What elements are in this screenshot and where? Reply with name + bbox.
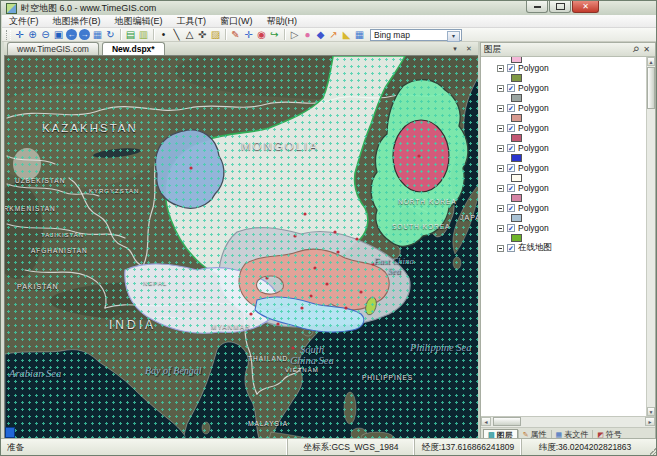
draw-line-icon[interactable]: ╲ (170, 28, 183, 41)
collapse-icon[interactable] (497, 205, 504, 212)
resize-grip[interactable] (648, 439, 657, 456)
layer-checkbox[interactable]: ✓ (507, 84, 515, 92)
layer-label[interactable]: Polygon (518, 183, 549, 193)
overview-button[interactable] (5, 427, 15, 438)
layer-label[interactable]: Polygon (518, 223, 549, 233)
layer-checkbox[interactable]: ✓ (507, 204, 515, 212)
area-measure-icon[interactable]: ◣ (340, 28, 353, 41)
title-bar[interactable]: 时空地图 6.0 - www.TimeGIS.com ✕ (1, 1, 656, 15)
layer-label[interactable]: Polygon (518, 203, 549, 213)
polygon-red-ellipse[interactable] (393, 120, 449, 192)
layer-row[interactable]: ✓ Polygon (481, 63, 646, 73)
next-view-icon[interactable]: → (79, 29, 90, 40)
zoom-full-extent-icon[interactable]: ▣ (52, 28, 65, 41)
move-feature-icon[interactable]: ✛ (242, 28, 255, 41)
collapse-icon[interactable] (497, 165, 504, 172)
status-coordinate-system: 坐标系:GCS_WGS_1984 (287, 439, 414, 456)
layer-label[interactable]: Polygon (518, 83, 549, 93)
menu-map-operate[interactable]: 地图操作(B) (46, 15, 108, 28)
extent-window-icon[interactable]: ▦ (91, 28, 104, 41)
tab-close-icon[interactable]: ✕ (464, 44, 474, 54)
scroll-left-icon[interactable]: ◄ (481, 417, 491, 426)
collapse-icon[interactable] (497, 145, 504, 152)
layer-row[interactable]: ✓ Polygon (481, 103, 646, 113)
attribute-table-icon[interactable]: ▦ (353, 28, 366, 41)
diamond-symbol-icon[interactable]: ◆ (314, 28, 327, 41)
menu-window[interactable]: 窗口(W) (213, 15, 260, 28)
layer-swatch (511, 57, 522, 63)
menu-tools[interactable]: 工具(T) (170, 15, 214, 28)
combo-arrow-icon[interactable]: ▾ (447, 31, 460, 42)
collapse-icon[interactable] (497, 185, 504, 192)
layer-row[interactable]: ✓ Polygon (481, 223, 646, 233)
maximize-button[interactable] (549, 1, 571, 13)
zoom-in-icon[interactable]: ⊕ (26, 28, 39, 41)
layer-checkbox[interactable]: ✓ (507, 144, 515, 152)
flow-arrow-icon[interactable]: ↪ (268, 28, 281, 41)
layer-row[interactable]: ✓ Polygon (481, 83, 646, 93)
layer-swatch-row (481, 113, 646, 123)
menu-help[interactable]: 帮助(H) (260, 15, 305, 28)
measure-icon[interactable]: ↗ (327, 28, 340, 41)
zoom-out-icon[interactable]: ⊖ (39, 28, 52, 41)
layer-row[interactable]: ✓ Polygon (481, 183, 646, 193)
edit-vertex-icon[interactable]: ✜ (196, 28, 209, 41)
layer-checkbox[interactable]: ✓ (507, 124, 515, 132)
snap-icon[interactable]: ◉ (255, 28, 268, 41)
collapse-icon[interactable] (497, 85, 504, 92)
layer-tree[interactable]: ✓ Polygon ✓ Polygon ✓ Polygon (481, 57, 655, 417)
select-cursor-icon[interactable]: ▷ (288, 28, 301, 41)
polygon-blue[interactable] (155, 130, 223, 208)
tree-vertical-scrollbar[interactable]: ▲ ▼ (646, 57, 655, 416)
edit-sketch-icon[interactable]: ✎ (229, 28, 242, 41)
tab-current-document[interactable]: New.dspx* (102, 42, 165, 55)
layer-row[interactable]: ✓ Polygon (481, 123, 646, 133)
refresh-icon[interactable]: ↻ (104, 28, 117, 41)
minimize-button[interactable] (526, 1, 548, 13)
add-layer-icon[interactable]: ▤ (124, 28, 137, 41)
collapse-icon[interactable] (497, 245, 504, 252)
layer-label[interactable]: Polygon (518, 63, 549, 73)
collapse-icon[interactable] (497, 65, 504, 72)
previous-view-icon[interactable]: ← (66, 29, 77, 40)
scroll-right-icon[interactable]: ► (645, 417, 655, 426)
layer-checkbox[interactable]: ✓ (507, 164, 515, 172)
layer-row-online-map[interactable]: ✓ 在线地图 (481, 243, 646, 253)
pan-icon[interactable]: ✛ (13, 28, 26, 41)
draw-polygon-icon[interactable]: △ (183, 28, 196, 41)
layer-row[interactable]: ✓ Polygon (481, 163, 646, 173)
layer-checkbox[interactable]: ✓ (507, 244, 515, 252)
menu-file[interactable]: 文件(F) (2, 15, 46, 28)
layer-checkbox[interactable]: ✓ (507, 184, 515, 192)
collapse-icon[interactable] (497, 225, 504, 232)
scroll-down-icon[interactable]: ▼ (647, 407, 655, 416)
toolbar: ✛ ⊕ ⊖ ▣ ← → ▦ ↻ ▤ ▥ • ╲ △ ✜ ▨ ✎ ✛ ◉ ↪ ▷ … (2, 28, 657, 42)
layer-manager-icon[interactable]: ▥ (137, 28, 150, 41)
layer-swatch-row (481, 233, 646, 243)
collapse-icon[interactable] (497, 125, 504, 132)
scroll-up-icon[interactable]: ▲ (647, 57, 655, 66)
layer-row[interactable]: ✓ Polygon (481, 143, 646, 153)
layer-checkbox[interactable]: ✓ (507, 224, 515, 232)
map-canvas[interactable]: KAZAKHSTAN MONGOLIA INDIA UZBEKISTAN KYR… (4, 55, 480, 440)
vertical-scroll-thumb[interactable] (647, 67, 655, 109)
layer-label[interactable]: 在线地图 (518, 242, 552, 254)
horizontal-scroll-thumb[interactable] (493, 417, 521, 426)
layer-row[interactable]: ✓ Polygon (481, 203, 646, 213)
tree-horizontal-scrollbar[interactable]: ◄ ► (481, 417, 655, 428)
highlight-point-icon[interactable]: ● (301, 28, 314, 41)
basemap-select[interactable]: Bing map ▾ (370, 29, 462, 41)
tab-list-icon[interactable]: ▾ (450, 44, 460, 54)
tab-home[interactable]: www.TimeGIS.com (7, 42, 99, 55)
layer-label[interactable]: Polygon (518, 163, 549, 173)
layer-label[interactable]: Polygon (518, 103, 549, 113)
layer-label[interactable]: Polygon (518, 143, 549, 153)
layer-checkbox[interactable]: ✓ (507, 104, 515, 112)
layer-label[interactable]: Polygon (518, 123, 549, 133)
layer-checkbox[interactable]: ✓ (507, 64, 515, 72)
collapse-icon[interactable] (497, 105, 504, 112)
notes-icon[interactable]: ▨ (209, 28, 222, 41)
close-button[interactable]: ✕ (572, 1, 599, 13)
menu-map-edit[interactable]: 地图编辑(E) (108, 15, 170, 28)
draw-point-icon[interactable]: • (157, 28, 170, 41)
